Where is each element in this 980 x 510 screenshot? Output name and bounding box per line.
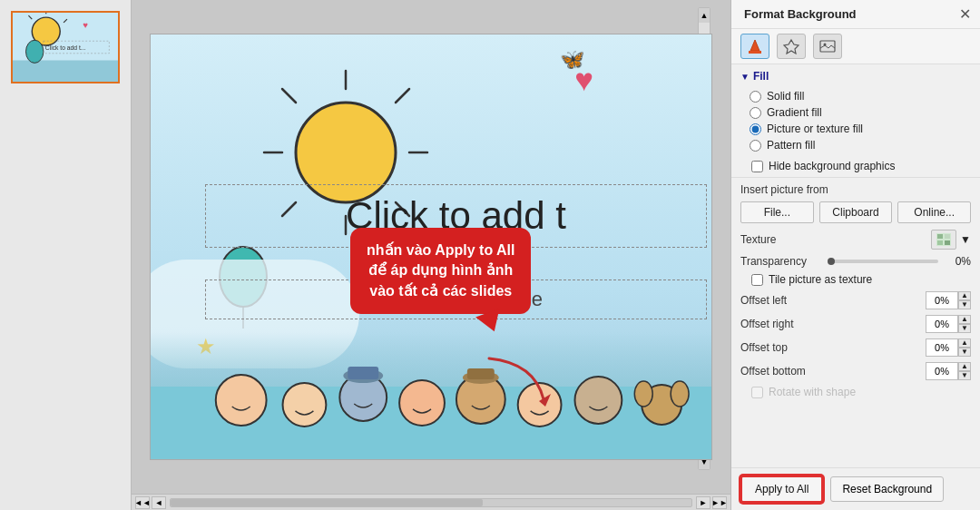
bottom-scrollbar-area: ◄◄ ◄ ► ►► <box>132 494 730 510</box>
callout-tooltip: nhấn vào Apply to Allđể áp dụng hình ảnh… <box>350 228 531 314</box>
butterfly-graphic: 🦋 <box>560 48 584 72</box>
offset-left-row: Offset left ▲ ▼ <box>731 289 980 312</box>
scroll-nav-right: ► ►► <box>696 496 727 509</box>
picture-icon-tab[interactable] <box>813 34 842 59</box>
insert-picture-label: Insert picture from <box>731 180 980 198</box>
offset-left-up[interactable]: ▲ <box>958 291 971 300</box>
solid-fill-label: Solid fill <box>767 90 804 103</box>
scroll-right-end-btn[interactable]: ►► <box>712 496 727 509</box>
panel-scroll-area: ▼ Fill Solid fill Gradient fill Picture … <box>731 64 980 467</box>
offset-top-spinner: ▲ ▼ <box>926 338 971 357</box>
panel-close-btn[interactable]: ✕ <box>959 5 971 23</box>
svg-rect-43 <box>945 234 950 239</box>
main-area: ▲ ▼ <box>132 0 730 510</box>
effects-icon-tab[interactable] <box>777 34 806 59</box>
tile-picture-option[interactable]: Tile picture as texture <box>731 270 980 289</box>
tile-label: Tile picture as texture <box>769 273 872 286</box>
offset-top-input[interactable] <box>926 338 958 357</box>
offset-left-down[interactable]: ▼ <box>958 300 971 309</box>
hide-bg-checkbox[interactable] <box>751 161 763 172</box>
slide-canvas[interactable]: ♥ 🦋 ★ Click to add t Click to add subtit… <box>150 34 712 460</box>
offset-bottom-input[interactable] <box>926 362 958 380</box>
solid-fill-option[interactable]: Solid fill <box>750 88 971 104</box>
texture-dropdown-arrow[interactable]: ▼ <box>960 233 971 246</box>
callout-text: nhấn vào Apply to Allđể áp dụng hình ảnh… <box>367 242 514 299</box>
picture-fill-option[interactable]: Picture or texture fill <box>750 121 971 137</box>
panel-footer: Apply to All Reset Background <box>731 467 980 510</box>
scroll-left-btn[interactable]: ◄ <box>152 496 166 509</box>
online-btn[interactable]: Online... <box>897 201 971 223</box>
horizontal-thumb <box>171 499 483 506</box>
transparency-label: Transparency <box>740 255 822 268</box>
divider-1 <box>731 177 980 178</box>
svg-rect-6 <box>13 61 118 83</box>
svg-point-34 <box>634 381 652 407</box>
file-btn[interactable]: File... <box>740 201 814 223</box>
offset-bottom-arrows: ▲ ▼ <box>958 362 971 380</box>
gradient-fill-radio[interactable] <box>750 107 761 119</box>
gradient-fill-option[interactable]: Gradient fill <box>750 104 971 121</box>
pattern-fill-option[interactable]: Pattern fill <box>750 137 971 153</box>
texture-row: Texture ▼ <box>731 227 980 252</box>
offset-bottom-label: Offset bottom <box>740 365 926 378</box>
svg-text:♥: ♥ <box>83 20 88 30</box>
svg-point-28 <box>574 377 622 424</box>
svg-rect-42 <box>937 234 943 239</box>
panel-header: Format Background ✕ <box>731 0 980 29</box>
offset-bottom-row: Offset bottom ▲ ▼ <box>731 359 980 383</box>
scroll-up-btn[interactable]: ▲ <box>699 8 710 23</box>
scroll-left-start-btn[interactable]: ◄◄ <box>135 496 150 509</box>
picture-fill-label: Picture or texture fill <box>767 123 863 135</box>
texture-picker-btn[interactable] <box>931 230 956 250</box>
slides-panel: 1 ♥ Cli <box>0 0 132 510</box>
solid-fill-radio[interactable] <box>750 91 761 103</box>
transparency-slider[interactable] <box>828 260 938 263</box>
svg-marker-38 <box>784 40 799 54</box>
rotate-checkbox <box>751 387 763 398</box>
transparency-row: Transparency 0% <box>731 252 980 270</box>
horizontal-scroll-track[interactable] <box>170 498 692 507</box>
scroll-right-btn[interactable]: ► <box>696 496 710 509</box>
apply-to-all-btn[interactable]: Apply to All <box>740 476 823 503</box>
reset-background-btn[interactable]: Reset Background <box>830 476 944 502</box>
offset-top-arrows: ▲ ▼ <box>958 338 971 357</box>
offset-right-down[interactable]: ▼ <box>958 324 971 333</box>
svg-rect-37 <box>749 51 761 54</box>
offset-left-arrows: ▲ ▼ <box>958 291 971 309</box>
svg-point-22 <box>216 375 267 426</box>
offset-bottom-up[interactable]: ▲ <box>958 362 971 371</box>
offset-right-arrows: ▲ ▼ <box>958 315 971 333</box>
offset-right-up[interactable]: ▲ <box>958 315 971 324</box>
texture-label: Texture <box>740 233 931 246</box>
pattern-fill-radio[interactable] <box>750 140 761 152</box>
picture-fill-radio[interactable] <box>750 123 761 135</box>
hide-bg-option[interactable]: Hide background graphics <box>731 157 980 175</box>
fill-section-header[interactable]: ▼ Fill <box>731 64 980 88</box>
offset-left-spinner: ▲ ▼ <box>926 291 971 309</box>
svg-point-25 <box>399 380 445 426</box>
arrow-indicator <box>480 354 553 412</box>
offset-right-label: Offset right <box>740 318 926 330</box>
offset-right-row: Offset right ▲ ▼ <box>731 312 980 336</box>
pattern-fill-label: Pattern fill <box>767 139 815 152</box>
offset-bottom-down[interactable]: ▼ <box>958 371 971 380</box>
offset-right-input[interactable] <box>926 315 958 333</box>
slide-thumbnail[interactable]: ♥ Click to add t... <box>11 11 120 83</box>
scroll-nav: ◄◄ ◄ <box>135 496 166 509</box>
thumb-content: ♥ Click to add t... <box>13 13 118 82</box>
format-background-panel: Format Background ✕ ▼ Fill Solid fill Gr… <box>730 0 980 510</box>
tile-checkbox[interactable] <box>751 274 763 286</box>
fill-icon-tab[interactable] <box>740 34 769 59</box>
transparency-value: 0% <box>944 255 971 268</box>
offset-top-up[interactable]: ▲ <box>958 338 971 348</box>
rotate-option[interactable]: Rotate with shape <box>731 383 980 401</box>
offset-left-input[interactable] <box>926 291 958 309</box>
svg-rect-44 <box>937 240 943 245</box>
section-collapse-arrow: ▼ <box>740 72 750 82</box>
clipboard-btn[interactable]: Clipboard <box>819 201 893 223</box>
rotate-label: Rotate with shape <box>769 386 856 398</box>
insert-picture-buttons: File... Clipboard Online... <box>731 198 980 227</box>
svg-point-7 <box>26 40 44 63</box>
svg-rect-30 <box>348 367 378 379</box>
offset-top-down[interactable]: ▼ <box>958 348 971 357</box>
